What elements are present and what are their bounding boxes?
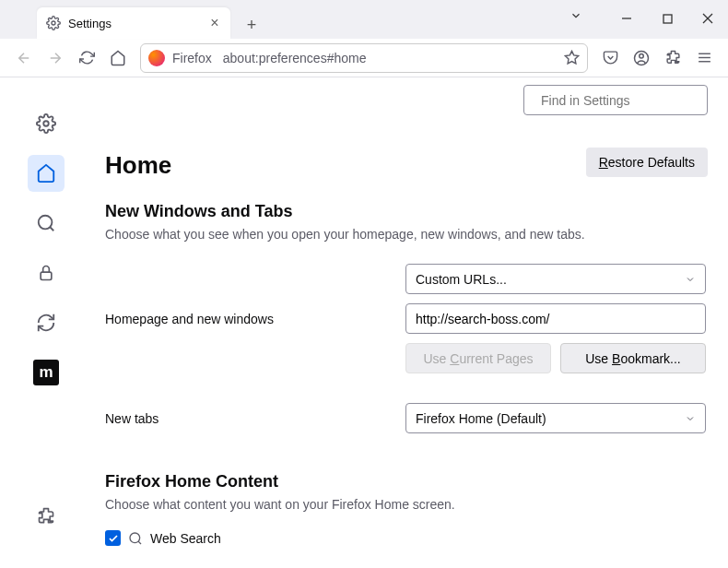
navigation-toolbar: Firefox about:preferences#home [0, 39, 728, 77]
firefox-icon [148, 50, 165, 66]
gear-icon [46, 16, 61, 30]
menu-button[interactable] [689, 43, 719, 73]
svg-rect-14 [41, 272, 52, 279]
tabs-dropdown-icon[interactable] [562, 9, 590, 22]
extensions-button[interactable] [658, 43, 687, 73]
sidebar-home[interactable] [28, 155, 65, 192]
svg-line-13 [50, 227, 53, 231]
sidebar-extensions[interactable] [28, 498, 65, 535]
newtabs-dropdown[interactable]: Firefox Home (Default) [405, 403, 706, 433]
homepage-mode-dropdown[interactable]: Custom URLs... [405, 264, 706, 294]
svg-marker-5 [565, 51, 578, 63]
find-in-settings[interactable] [523, 85, 708, 115]
chevron-down-icon [685, 274, 696, 285]
svg-point-17 [130, 533, 140, 543]
sidebar-search[interactable] [28, 205, 65, 242]
new-tab-button[interactable]: + [238, 11, 265, 39]
websearch-checkbox[interactable] [105, 530, 121, 546]
check-icon [108, 533, 119, 544]
restore-defaults-button[interactable]: Restore Defaults [586, 148, 708, 177]
address-url: about:preferences#home [223, 51, 557, 65]
sidebar-privacy[interactable] [28, 254, 65, 291]
svg-line-18 [138, 541, 141, 544]
dropdown-value: Firefox Home (Default) [416, 411, 546, 426]
use-current-pages-button[interactable]: Use Current Pages [405, 343, 551, 373]
pocket-button[interactable] [595, 43, 625, 73]
maximize-button[interactable] [647, 0, 687, 37]
address-bar[interactable]: Firefox about:preferences#home [140, 43, 588, 73]
svg-point-12 [39, 216, 53, 230]
homepage-url-input[interactable] [416, 312, 696, 326]
svg-rect-2 [663, 15, 672, 23]
svg-point-11 [43, 121, 49, 126]
tab-strip: Settings × + [0, 0, 728, 39]
account-button[interactable] [627, 43, 656, 73]
address-identity: Firefox [172, 51, 212, 65]
main-panel: Home Restore Defaults New Windows and Ta… [92, 77, 728, 568]
tab-title: Settings [68, 17, 201, 30]
sidebar-more-from-mozilla[interactable]: m [28, 354, 65, 391]
section-heading-home-content: Firefox Home Content [105, 472, 706, 491]
bookmark-star-icon[interactable] [564, 50, 580, 65]
newtabs-label: New tabs [105, 411, 394, 426]
svg-point-0 [52, 21, 55, 25]
settings-sidebar: m [0, 77, 92, 568]
find-input[interactable] [541, 93, 702, 108]
websearch-label: Web Search [150, 531, 221, 546]
use-bookmark-button[interactable]: Use Bookmark... [560, 343, 706, 373]
section-heading-new-windows: New Windows and Tabs [105, 202, 706, 221]
homepage-url-input-wrapper [405, 303, 706, 334]
mozilla-icon: m [33, 360, 59, 385]
search-icon [128, 531, 143, 546]
section-desc: Choose what you see when you open your h… [105, 227, 706, 242]
sidebar-sync[interactable] [28, 304, 65, 341]
sidebar-general[interactable] [28, 105, 65, 142]
forward-button[interactable] [41, 43, 70, 73]
svg-point-7 [640, 53, 644, 58]
dropdown-value: Custom URLs... [416, 272, 507, 287]
home-button[interactable] [103, 43, 133, 73]
close-icon[interactable]: × [208, 15, 221, 31]
chevron-down-icon [685, 413, 696, 424]
minimize-button[interactable] [606, 0, 647, 37]
section-desc-2: Choose what content you want on your Fir… [105, 497, 706, 512]
back-button[interactable] [9, 43, 39, 73]
close-window-button[interactable] [687, 0, 728, 37]
homepage-label: Homepage and new windows [105, 312, 394, 326]
reload-button[interactable] [72, 43, 101, 73]
browser-tab[interactable]: Settings × [37, 7, 230, 39]
